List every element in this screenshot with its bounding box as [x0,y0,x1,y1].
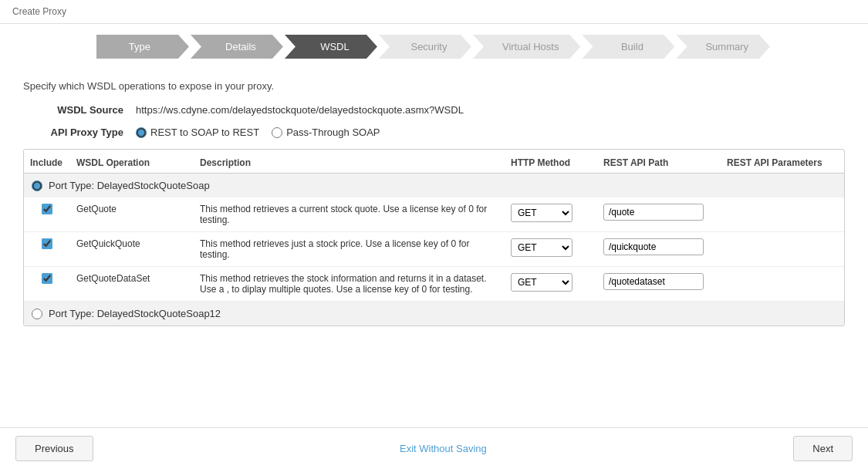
port-type-row-2: Port Type: DelayedStockQuoteSoap12 [24,302,844,326]
main-content: Specify which WSDL operations to expose … [0,69,868,337]
app-title: Create Proxy [12,6,66,17]
wizard-steps: Type Details WSDL Security Virtual Hosts… [0,24,868,69]
op3-params-cell [721,267,844,302]
radio-pass-through-label: Pass-Through SOAP [286,127,380,138]
page-subtitle: Specify which WSDL operations to expose … [23,80,845,92]
op2-path-cell [597,232,721,267]
op2-include-checkbox[interactable] [42,238,52,249]
op1-path-cell [597,197,721,232]
port-type-row-1: Port Type: DelayedStockQuoteSoap [24,174,844,198]
step-virtual-hosts[interactable]: Virtual Hosts [473,35,580,59]
next-button[interactable]: Next [793,436,853,461]
wsdl-source-label: WSDL Source [23,104,123,116]
previous-button[interactable]: Previous [15,436,93,461]
op2-name-cell: GetQuickQuote [70,232,194,267]
step-summary-label: Summary [705,41,748,52]
op1-path-input[interactable] [603,204,704,221]
step-security[interactable]: Security [379,35,471,59]
op3-description-cell: This method retrieves the stock informat… [194,267,505,302]
radio-pass-through-input[interactable] [272,127,282,138]
op1-include-cell [24,197,70,232]
col-method: HTTP Method [505,153,597,174]
port-type-1-radio[interactable] [32,181,42,191]
op3-path-cell [597,267,721,302]
table-header: Include WSDL Operation Description HTTP … [24,153,844,174]
op2-method-select[interactable]: GET POST PUT DELETE [511,238,572,257]
op1-description-cell: This method retrieves a current stock qu… [194,197,505,232]
col-include: Include [24,153,70,174]
col-params: REST API Parameters [721,153,844,174]
step-security-label: Security [410,41,447,52]
operations-table-wrapper: Include WSDL Operation Description HTTP … [23,149,845,326]
top-bar: Create Proxy [0,0,868,24]
table-row: GetQuoteDataSet This method retrieves th… [24,267,844,302]
step-wsdl-label: WSDL [320,41,350,52]
step-type[interactable]: Type [96,35,189,59]
op3-method-cell: GET POST PUT DELETE [505,267,597,302]
proxy-type-row: API Proxy Type REST to SOAP to REST Pass… [23,127,845,138]
op3-method-select[interactable]: GET POST PUT DELETE [511,273,572,292]
op3-include-checkbox[interactable] [42,273,52,284]
port-type-2-radio-container: Port Type: DelayedStockQuoteSoap12 [32,308,836,319]
proxy-type-radio-group: REST to SOAP to REST Pass-Through SOAP [136,127,380,138]
op2-include-cell [24,232,70,267]
step-details-label: Details [225,41,256,52]
radio-rest-soap-rest[interactable]: REST to SOAP to REST [136,127,259,138]
op2-path-input[interactable] [603,238,704,255]
step-summary[interactable]: Summary [676,35,770,59]
op3-name-cell: GetQuoteDataSet [70,267,194,302]
radio-rest-soap-rest-label: REST to SOAP to REST [150,127,259,138]
table-row: GetQuote This method retrieves a current… [24,197,844,232]
footer: Previous Exit Without Saving Next [0,427,868,469]
port-type-2-radio[interactable] [32,309,42,319]
col-description: Description [194,153,505,174]
wsdl-source-row: WSDL Source https://ws.cdyne.com/delayed… [23,104,845,116]
exit-without-saving-button[interactable]: Exit Without Saving [400,443,487,454]
step-wsdl[interactable]: WSDL [285,35,377,59]
op1-name-cell: GetQuote [70,197,194,232]
op1-include-checkbox[interactable] [42,204,52,214]
table-row: GetQuickQuote This method retrieves just… [24,232,844,267]
step-virtual-hosts-label: Virtual Hosts [502,41,559,52]
step-build-label: Build [621,41,643,52]
port-type-2-label: Port Type: DelayedStockQuoteSoap12 [49,308,221,319]
op2-method-cell: GET POST PUT DELETE [505,232,597,267]
step-type-label: Type [129,41,150,52]
op1-method-cell: GET POST PUT DELETE [505,197,597,232]
radio-rest-soap-rest-input[interactable] [136,127,147,138]
op1-method-select[interactable]: GET POST PUT DELETE [511,204,572,222]
step-details[interactable]: Details [191,35,283,59]
step-build[interactable]: Build [582,35,674,59]
op2-params-cell [721,232,844,267]
op3-path-input[interactable] [603,273,704,290]
operations-table: Include WSDL Operation Description HTTP … [24,153,844,326]
proxy-type-label: API Proxy Type [23,127,123,138]
op1-params-cell [721,197,844,232]
radio-pass-through[interactable]: Pass-Through SOAP [272,127,380,138]
port-type-1-radio-container: Port Type: DelayedStockQuoteSoap [32,180,836,191]
col-path: REST API Path [597,153,721,174]
col-operation: WSDL Operation [70,153,194,174]
port-type-1-label: Port Type: DelayedStockQuoteSoap [49,180,210,191]
op3-include-cell [24,267,70,302]
wsdl-source-value: https://ws.cdyne.com/delayedstockquote/d… [136,104,464,116]
op2-description-cell: This method retrieves just a stock price… [194,232,505,267]
